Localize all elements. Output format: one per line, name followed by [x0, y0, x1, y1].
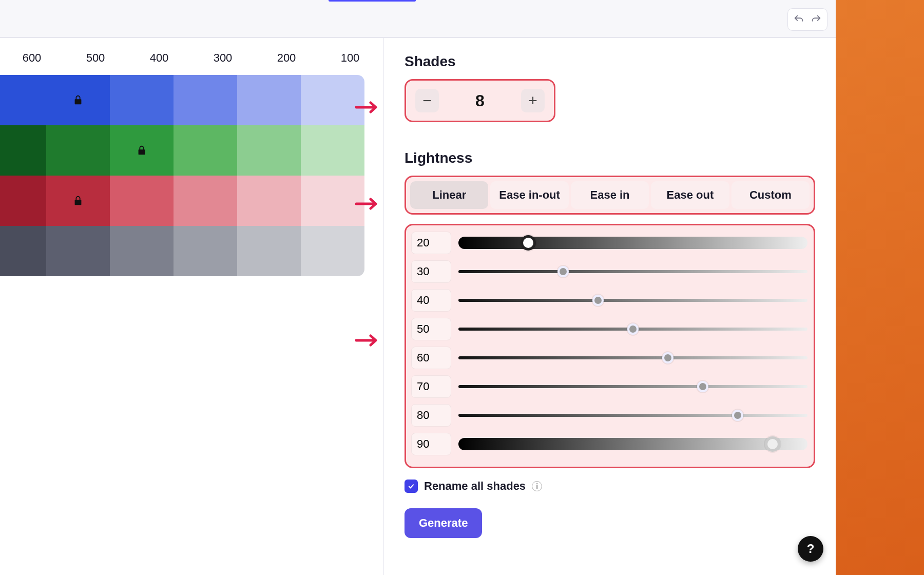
shade-header: 500	[64, 51, 127, 65]
curve-tab-custom[interactable]: Custom	[732, 181, 810, 209]
slider-value-label: 40	[411, 289, 451, 312]
lightness-slider[interactable]	[458, 299, 807, 302]
rename-shades-label: Rename all shades	[424, 480, 526, 493]
shades-value: 8	[475, 91, 485, 110]
palette-row	[0, 176, 364, 226]
palette-cell[interactable]	[237, 125, 301, 176]
palette-cell[interactable]	[110, 75, 174, 125]
lock-icon	[72, 94, 84, 106]
lock-icon	[72, 195, 84, 206]
slider-value-label: 30	[411, 260, 451, 283]
lightness-slider-row: 60	[410, 343, 808, 372]
slider-thumb[interactable]	[662, 352, 673, 363]
plus-icon: +	[528, 92, 537, 109]
active-tab-indicator	[329, 0, 416, 2]
lightness-slider-row: 70	[410, 372, 808, 401]
lightness-slider[interactable]	[458, 385, 807, 388]
palette-cell[interactable]	[174, 226, 237, 276]
shade-headers: 600500400300200100	[0, 51, 383, 65]
shade-header: 600	[0, 51, 64, 65]
rename-shades-checkbox[interactable]	[405, 480, 418, 493]
palette-panel: 600500400300200100	[0, 38, 384, 575]
lightness-curve-tabs: LinearEase in-outEase inEase outCustom	[405, 176, 815, 215]
palette-row	[0, 226, 364, 276]
slider-thumb[interactable]	[521, 235, 536, 251]
info-icon[interactable]	[532, 481, 542, 491]
curve-tab-ease-in-out[interactable]: Ease in-out	[490, 181, 568, 209]
redo-icon	[811, 14, 822, 25]
check-icon	[407, 482, 415, 490]
lightness-slider-row: 20	[410, 228, 808, 257]
minus-icon: −	[422, 92, 432, 109]
lightness-slider[interactable]	[458, 438, 807, 450]
slider-thumb[interactable]	[627, 323, 639, 335]
slider-value-label: 60	[411, 347, 451, 369]
slider-thumb[interactable]	[557, 266, 569, 277]
settings-panel: Shades − 8 + Lightness LinearEase in-out…	[384, 38, 836, 575]
lightness-slider[interactable]	[458, 414, 807, 417]
palette-cell[interactable]	[46, 176, 110, 226]
lightness-slider[interactable]	[458, 328, 807, 331]
shades-title: Shades	[405, 53, 817, 70]
undo-icon	[793, 14, 804, 25]
lightness-title: Lightness	[405, 150, 817, 166]
side-stripe	[836, 0, 924, 575]
palette-row	[0, 75, 364, 125]
lock-icon	[136, 145, 147, 156]
palette-cell[interactable]	[174, 75, 237, 125]
curve-tab-ease-out[interactable]: Ease out	[651, 181, 729, 209]
palette-cell[interactable]	[0, 125, 46, 176]
palette-cell[interactable]	[237, 75, 301, 125]
palette-cell[interactable]	[237, 226, 301, 276]
lightness-slider[interactable]	[458, 356, 807, 359]
slider-value-label: 70	[411, 375, 451, 398]
palette-cell[interactable]	[174, 176, 237, 226]
shade-header: 300	[191, 51, 255, 65]
slider-thumb[interactable]	[765, 436, 780, 452]
slider-thumb[interactable]	[732, 410, 743, 421]
lightness-slider-row: 40	[410, 286, 808, 315]
shades-decrement-button[interactable]: −	[415, 89, 439, 112]
lightness-slider-row: 50	[410, 315, 808, 343]
annotation-arrow-icon	[355, 196, 379, 212]
redo-button[interactable]	[807, 11, 825, 28]
slider-thumb[interactable]	[592, 295, 604, 306]
lightness-slider-row: 80	[410, 401, 808, 430]
curve-tab-ease-in[interactable]: Ease in	[571, 181, 649, 209]
slider-value-label: 20	[411, 232, 451, 254]
palette-cell[interactable]	[237, 176, 301, 226]
palette-cell[interactable]	[46, 75, 110, 125]
generate-button[interactable]: Generate	[405, 508, 482, 538]
lightness-slider-row: 90	[410, 430, 808, 458]
palette-cell[interactable]	[301, 226, 364, 276]
palette-cell[interactable]	[110, 226, 174, 276]
annotation-arrow-icon	[355, 100, 379, 115]
palette-cell[interactable]	[0, 75, 46, 125]
slider-value-label: 90	[411, 433, 451, 455]
palette-cell[interactable]	[174, 125, 237, 176]
palette-cell[interactable]	[301, 125, 364, 176]
lightness-sliders: 2030405060708090	[405, 224, 815, 468]
undo-button[interactable]	[790, 11, 807, 28]
palette-cell[interactable]	[0, 226, 46, 276]
slider-thumb[interactable]	[697, 381, 708, 392]
palette-cell[interactable]	[0, 176, 46, 226]
palette-cell[interactable]	[46, 226, 110, 276]
curve-tab-linear[interactable]: Linear	[410, 181, 488, 209]
shades-increment-button[interactable]: +	[521, 89, 545, 112]
lightness-slider[interactable]	[458, 270, 807, 273]
lightness-slider-row: 30	[410, 257, 808, 286]
palette-cell[interactable]	[110, 125, 174, 176]
shade-header: 100	[318, 51, 382, 65]
topbar	[0, 0, 836, 38]
palette-cell[interactable]	[46, 125, 110, 176]
palette-cell[interactable]	[110, 176, 174, 226]
palette-row	[0, 125, 364, 176]
shade-header: 200	[255, 51, 318, 65]
slider-value-label: 50	[411, 318, 451, 340]
shade-header: 400	[127, 51, 191, 65]
lightness-slider[interactable]	[458, 237, 807, 249]
undo-redo-group	[787, 8, 827, 31]
annotation-arrow-icon	[355, 333, 379, 348]
help-button[interactable]: ?	[798, 536, 823, 562]
